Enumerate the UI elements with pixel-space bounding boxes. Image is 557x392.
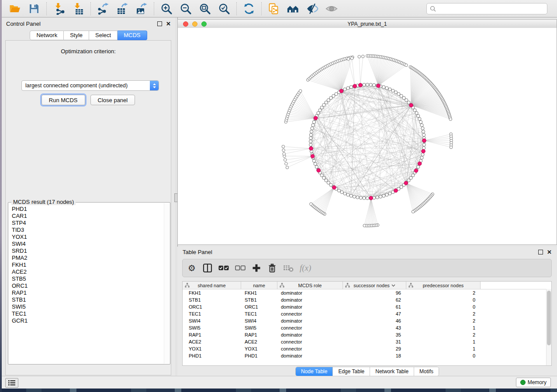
mcds-result-item[interactable]: YOX1 — [9, 234, 164, 241]
add-column-icon[interactable] — [252, 262, 261, 274]
column-header-shared-name[interactable]: shared name — [183, 282, 241, 289]
task-history-button[interactable] — [5, 378, 18, 388]
mcds-result-item[interactable]: STP4 — [9, 220, 164, 227]
mcds-result-list: PHD1CAR1STP4TID3YOX1SWI4SRD1PMA2FKH1ACE2… — [9, 206, 164, 364]
cell-MCDS-role: connector — [277, 339, 343, 344]
tab-edge-table[interactable]: Edge Table — [333, 367, 370, 376]
delete-column-icon[interactable] — [267, 262, 277, 274]
close-panel-icon[interactable]: ✕ — [166, 21, 171, 27]
float-window-icon[interactable] — [157, 21, 162, 26]
mcds-result-item[interactable]: RAP1 — [9, 289, 164, 296]
table-row[interactable]: SWI5SWI5connector431 — [183, 324, 551, 331]
zoom-fit-icon[interactable] — [198, 2, 211, 15]
mcds-result-item[interactable]: PMA2 — [9, 254, 164, 261]
mcds-result-item[interactable]: ORC1 — [9, 282, 164, 289]
mcds-result-item[interactable]: CAR1 — [9, 213, 164, 220]
tab-mcds[interactable]: MCDS — [118, 31, 147, 40]
cell-MCDS-role: connector — [277, 346, 343, 351]
export-image-icon[interactable] — [135, 2, 148, 15]
select-all-columns-icon[interactable] — [218, 262, 229, 274]
cell-name: PHD1 — [241, 353, 277, 358]
cell-predecessor-nodes: 2 — [406, 290, 481, 296]
mcds-list-scrollbar[interactable] — [164, 203, 170, 364]
tab-node-table[interactable]: Node Table — [296, 367, 333, 376]
column-header-predecessor-nodes[interactable]: predecessor nodes — [406, 282, 481, 289]
control-panel-title: Control Panel — [6, 21, 41, 27]
close-panel-icon[interactable]: ✕ — [547, 249, 552, 255]
table-row[interactable]: TEC1TEC1connector472 — [183, 310, 551, 317]
mcds-result-item[interactable]: SWI5 — [9, 303, 164, 310]
import-table-icon[interactable] — [72, 2, 85, 15]
network-graph[interactable] — [178, 28, 557, 245]
table-row[interactable]: PHD1PHD1dominator180 — [183, 352, 551, 359]
run-mcds-button[interactable]: Run MCDS — [42, 95, 85, 105]
show-column-icon[interactable] — [203, 262, 212, 274]
memory-button[interactable]: Memory — [516, 378, 551, 387]
mcds-result-item[interactable]: STB5 — [9, 275, 164, 282]
cell-successor-nodes: 29 — [343, 346, 406, 351]
mcds-result-item[interactable]: STB1 — [9, 296, 164, 303]
control-panel: Control Panel ✕ NetworkStyleSelectMCDS O… — [2, 17, 175, 376]
mcds-result-title: MCDS result (17 nodes) — [11, 199, 76, 205]
tab-network[interactable]: Network — [30, 31, 64, 40]
network-window-titlebar[interactable]: YPA_prune.txt_1 — [178, 20, 557, 28]
network-canvas[interactable] — [178, 28, 557, 244]
import-network-icon[interactable] — [52, 2, 66, 15]
close-panel-button[interactable]: Close panel — [90, 95, 135, 105]
table-panel-title: Table Panel — [183, 249, 212, 255]
cell-successor-nodes: 62 — [343, 297, 406, 303]
zoom-out-icon[interactable] — [179, 2, 192, 15]
search-input[interactable] — [438, 5, 547, 12]
mcds-result-item[interactable]: SWI4 — [9, 241, 164, 248]
table-row[interactable]: SWI4SWI4dominator462 — [183, 317, 551, 324]
table-settings-gear-icon[interactable]: ⚙ — [187, 262, 197, 274]
mcds-result-item[interactable]: ACE2 — [9, 268, 164, 275]
mcds-result-item[interactable]: PHD1 — [9, 206, 164, 213]
criterion-select[interactable]: largest connected component (undirected) — [21, 80, 159, 91]
sort-chevron-icon — [391, 284, 395, 287]
table-row[interactable]: YOX1YOX1connector291 — [183, 345, 551, 352]
table-scrollbar-thumb[interactable] — [547, 291, 551, 345]
table-row[interactable]: ORC1ORC1dominator610 — [183, 303, 551, 310]
save-session-icon[interactable] — [28, 2, 41, 15]
graphics-details-icon[interactable] — [287, 2, 300, 15]
export-table-icon[interactable] — [116, 2, 129, 15]
tab-style[interactable]: Style — [64, 31, 89, 40]
search-icon — [430, 6, 436, 12]
column-header-successor-nodes[interactable]: successor nodes — [343, 282, 406, 289]
cell-name: ACE2 — [241, 339, 277, 344]
table-row[interactable]: FKH1FKH1dominator962 — [183, 289, 551, 296]
deselect-all-columns-icon[interactable] — [235, 262, 246, 274]
open-folder-icon[interactable] — [8, 2, 21, 15]
function-builder-icon-disabled: f(x) — [300, 262, 311, 274]
cell-successor-nodes: 18 — [343, 353, 406, 358]
cell-shared-name: ACE2 — [183, 339, 241, 344]
clone-network-icon[interactable] — [267, 2, 280, 15]
table-row[interactable]: ACE2ACE2connector311 — [183, 338, 551, 345]
refresh-icon[interactable] — [242, 2, 256, 15]
cell-MCDS-role: dominator — [277, 297, 343, 303]
preview-eye-icon[interactable] — [325, 2, 338, 15]
table-scrollbar[interactable] — [546, 289, 551, 365]
zoom-selected-icon[interactable] — [218, 2, 231, 15]
hierarchy-icon — [280, 283, 284, 288]
hide-visual-properties-icon[interactable] — [306, 2, 319, 15]
column-header-MCDS-role[interactable]: MCDS role — [277, 282, 343, 289]
tab-motifs[interactable]: Motifs — [414, 367, 439, 376]
mcds-result-item[interactable]: SRD1 — [9, 248, 164, 254]
mcds-result-item[interactable]: GCR1 — [9, 317, 164, 324]
float-window-icon[interactable] — [538, 250, 543, 254]
hierarchy-icon — [185, 283, 190, 288]
node-table: shared namenameMCDS rolesuccessor nodesp… — [182, 281, 552, 366]
export-network-icon[interactable] — [97, 2, 110, 15]
cell-MCDS-role: dominator — [277, 318, 343, 323]
zoom-in-icon[interactable] — [160, 2, 173, 15]
mcds-result-item[interactable]: FKH1 — [9, 261, 164, 268]
column-header-name[interactable]: name — [241, 282, 277, 289]
mcds-result-item[interactable]: TID3 — [9, 227, 164, 234]
tab-select[interactable]: Select — [89, 31, 118, 40]
mcds-result-item[interactable]: TEC1 — [9, 310, 164, 317]
table-row[interactable]: RAP1RAP1dominator352 — [183, 331, 551, 338]
table-row[interactable]: STB1STB1dominator620 — [183, 296, 551, 303]
tab-network-table[interactable]: Network Table — [370, 367, 414, 376]
